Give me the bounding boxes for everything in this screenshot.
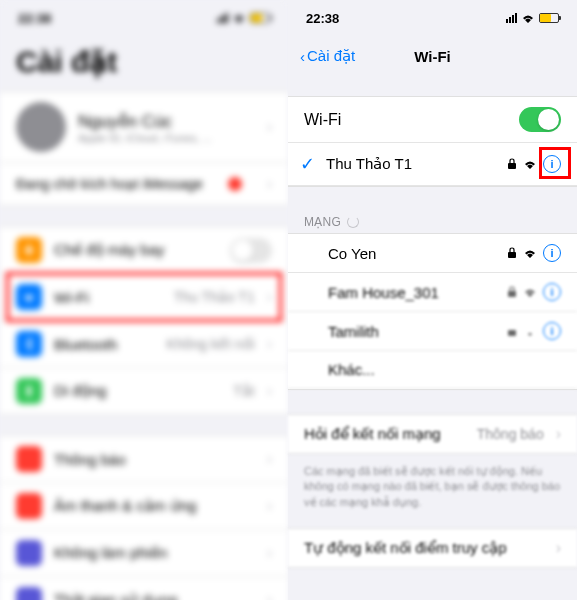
status-indicators (506, 13, 559, 23)
airplane-icon (16, 237, 42, 263)
wifi-toggle-label: Wi-Fi (304, 111, 507, 129)
section-label: MẠNG (304, 215, 341, 229)
svg-rect-1 (508, 163, 516, 169)
row-label: Di động (54, 382, 221, 400)
settings-group-connectivity: Chế độ máy bay Wi-Fi Thu Thảo T1 › Bluet… (0, 226, 288, 415)
network-row[interactable]: Fam House_301 i (288, 273, 577, 312)
bluetooth-icon (16, 331, 42, 357)
auto-join-row[interactable]: Tự động kết nối điểm truy cập › (288, 529, 577, 567)
cellular-icon (16, 378, 42, 404)
bluetooth-row[interactable]: Bluetooth Không kết nối › (0, 321, 288, 368)
wifi-icon (16, 284, 42, 310)
network-name: Tamilith (328, 323, 499, 340)
row-value: Không kết nối (167, 336, 255, 352)
alert-badge-icon (228, 177, 242, 191)
svg-rect-4 (508, 330, 516, 336)
wifi-row[interactable]: Wi-Fi Thu Thảo T1 › (0, 274, 288, 321)
network-name: Thu Thảo T1 (326, 155, 499, 173)
network-name: Khác... (328, 361, 561, 378)
auto-join-group: Tự động kết nối điểm truy cập › (288, 528, 577, 568)
network-name: Fam House_301 (328, 284, 499, 301)
svg-rect-2 (508, 252, 516, 258)
row-value: Thông báo (477, 426, 544, 442)
row-label: Bluetooth (54, 336, 155, 353)
wifi-toggle-group: Wi-Fi ✓ Thu Thảo T1 i (288, 96, 577, 187)
status-text: Đang chờ kích hoạt iMessage (16, 176, 203, 192)
wifi-toggle[interactable] (519, 107, 561, 132)
cellular-row[interactable]: Di động Tắt › (0, 368, 288, 414)
row-label: Wi-Fi (54, 289, 162, 306)
info-icon[interactable]: i (543, 322, 561, 340)
page-title: Cài đặt (0, 36, 288, 91)
status-indicators (217, 13, 270, 23)
nav-title: Wi-Fi (414, 48, 451, 65)
profile-name: Nguyễn Cúc (78, 111, 255, 132)
svg-rect-3 (508, 291, 516, 297)
networks-group: Co Yen i Fam House_301 i Tamilith i (288, 233, 577, 390)
status-bar: 22:38 (0, 0, 288, 36)
nav-bar: ‹ Cài đặt Wi-Fi (288, 36, 577, 76)
sounds-icon (16, 493, 42, 519)
notifications-icon (16, 446, 42, 472)
spinner-icon (347, 216, 359, 228)
chevron-right-icon: › (556, 425, 561, 443)
connected-network-row[interactable]: ✓ Thu Thảo T1 i (288, 143, 577, 186)
info-icon[interactable]: i (543, 244, 561, 262)
list-item[interactable]: Thời gian sử dụng› (0, 577, 288, 600)
info-icon[interactable]: i (543, 283, 561, 301)
status-bar: 22:38 (288, 0, 577, 36)
network-name: Co Yen (328, 245, 499, 262)
network-row[interactable]: Tamilith i (288, 312, 577, 351)
lock-icon (507, 247, 517, 259)
network-row[interactable]: Co Yen i (288, 234, 577, 273)
chevron-right-icon: › (267, 288, 272, 306)
row-label: Chế độ máy bay (54, 241, 218, 259)
activation-status-row[interactable]: Đang chờ kích hoạt iMessage › (0, 163, 288, 206)
profile-subtitle: Apple ID, iCloud, iTunes, ... (78, 132, 255, 144)
airplane-mode-row[interactable]: Chế độ máy bay (0, 227, 288, 274)
wifi-signal-icon (523, 326, 537, 336)
lock-icon (507, 286, 517, 298)
other-network-row[interactable]: Khác... (288, 351, 577, 389)
moon-icon (16, 540, 42, 566)
wifi-status-icon (232, 13, 246, 23)
chevron-left-icon: ‹ (300, 48, 305, 65)
row-value: Tắt (233, 383, 254, 399)
status-time: 22:38 (18, 11, 51, 26)
ask-join-group: Hỏi để kết nối mạng Thông báo › (288, 414, 577, 454)
lock-icon (507, 325, 517, 337)
check-icon: ✓ (300, 153, 318, 175)
hourglass-icon (16, 587, 42, 600)
wifi-toggle-row[interactable]: Wi-Fi (288, 97, 577, 143)
wifi-screen: 22:38 ‹ Cài đặt Wi-Fi Wi-Fi ✓ Thu Thảo T… (288, 0, 577, 600)
back-label: Cài đặt (307, 47, 355, 65)
status-time: 22:38 (306, 11, 339, 26)
settings-screen: 22:38 Cài đặt Nguyễn Cúc Apple ID, iClou… (0, 0, 288, 600)
wifi-signal-icon (523, 159, 537, 169)
back-button[interactable]: ‹ Cài đặt (300, 47, 355, 65)
info-icon[interactable]: i (543, 155, 561, 173)
row-label: Hỏi để kết nối mạng (304, 425, 465, 443)
row-label: Tự động kết nối điểm truy cập (304, 539, 544, 557)
list-item[interactable]: Thông báo› (0, 436, 288, 483)
section-header-networks: MẠNG (288, 207, 577, 233)
wifi-signal-icon (523, 248, 537, 258)
lock-icon (507, 158, 517, 170)
list-item[interactable]: Âm thanh & cảm ứng› (0, 483, 288, 530)
wifi-signal-icon (523, 287, 537, 297)
chevron-right-icon: › (267, 335, 272, 353)
airplane-toggle[interactable] (230, 238, 272, 263)
chevron-right-icon: › (267, 382, 272, 400)
list-item[interactable]: Không làm phiền› (0, 530, 288, 577)
chevron-right-icon: › (267, 175, 272, 193)
row-value: Thu Thảo T1 (174, 289, 255, 305)
settings-group-blur: Thông báo› Âm thanh & cảm ứng› Không làm… (0, 435, 288, 600)
chevron-right-icon: › (556, 539, 561, 557)
footer-text: Các mạng đã biết sẽ được kết nối tự động… (288, 458, 577, 516)
ask-to-join-row[interactable]: Hỏi để kết nối mạng Thông báo › (288, 415, 577, 453)
wifi-status-icon (521, 13, 535, 23)
chevron-right-icon: › (267, 118, 272, 136)
avatar (16, 102, 66, 152)
profile-row[interactable]: Nguyễn Cúc Apple ID, iCloud, iTunes, ...… (0, 91, 288, 163)
svg-rect-0 (27, 386, 31, 396)
